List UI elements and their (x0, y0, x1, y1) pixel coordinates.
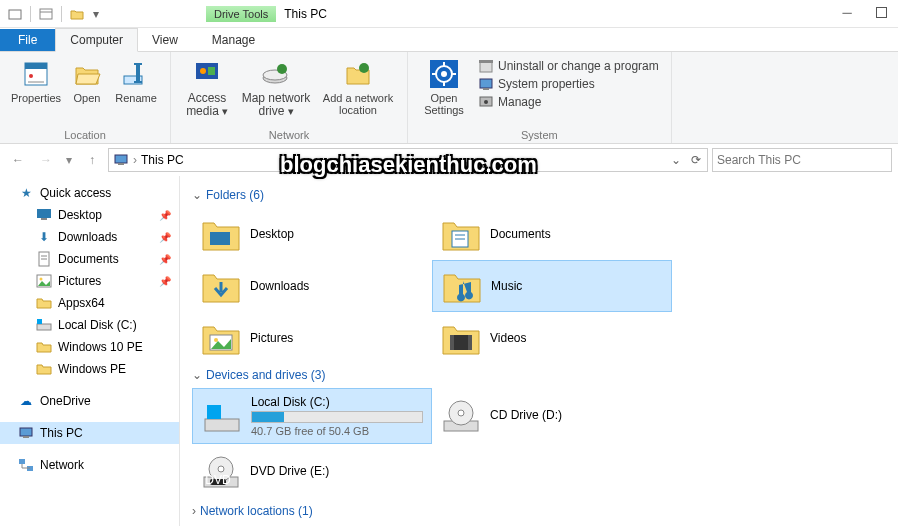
network-icon (18, 457, 34, 473)
folder-desktop[interactable]: Desktop (192, 208, 432, 260)
nav-this-pc[interactable]: This PC (0, 422, 179, 444)
add-location-button[interactable]: Add a network location (317, 56, 399, 118)
drive-cd[interactable]: CD Drive (D:) (432, 388, 672, 444)
nav-downloads[interactable]: ⬇Downloads📌 (0, 226, 179, 248)
chevron-right-icon: › (192, 504, 196, 518)
svg-rect-41 (37, 324, 51, 330)
nav-appsx64[interactable]: Appsx64 (0, 292, 179, 314)
tab-view[interactable]: View (138, 29, 192, 51)
pictures-icon (36, 273, 52, 289)
minimize-button[interactable]: ─ (830, 0, 864, 24)
svg-rect-32 (115, 155, 127, 163)
maximize-button[interactable] (864, 0, 898, 24)
new-folder-qat-icon[interactable] (66, 3, 88, 25)
documents-icon (36, 251, 52, 267)
open-button[interactable]: Open (66, 56, 108, 106)
folder-downloads[interactable]: Downloads (192, 260, 432, 312)
svg-point-65 (218, 466, 224, 472)
system-props-button[interactable]: System properties (478, 76, 659, 92)
section-network-locations[interactable]: ›Network locations (1) (192, 504, 886, 518)
svg-point-21 (441, 71, 447, 77)
svg-rect-43 (20, 428, 32, 436)
svg-rect-42 (37, 319, 42, 324)
pin-icon: 📌 (159, 254, 171, 265)
svg-rect-28 (480, 79, 492, 88)
svg-rect-59 (207, 405, 221, 419)
uninstall-icon (478, 58, 494, 74)
svg-rect-34 (37, 209, 51, 218)
search-input[interactable] (717, 153, 887, 167)
properties-button[interactable]: Properties (8, 56, 64, 106)
add-location-icon (342, 58, 374, 90)
folder-videos[interactable]: Videos (432, 312, 672, 364)
qat-dropdown-icon[interactable]: ▾ (90, 3, 102, 25)
forward-button[interactable]: → (34, 148, 58, 172)
svg-rect-45 (19, 459, 25, 464)
map-drive-button[interactable]: Map network drive ▾ (237, 56, 315, 120)
music-folder-icon (441, 265, 483, 307)
nav-documents[interactable]: Documents📌 (0, 248, 179, 270)
title-bar: ▾ Drive Tools This PC ─ (0, 0, 898, 28)
uninstall-button[interactable]: Uninstall or change a program (478, 58, 659, 74)
chevron-down-icon: ⌄ (192, 188, 202, 202)
manage-button[interactable]: Manage (478, 94, 659, 110)
svg-rect-29 (483, 88, 489, 90)
refresh-icon[interactable]: ⟳ (687, 153, 705, 167)
up-button[interactable]: ↑ (80, 148, 104, 172)
svg-rect-27 (479, 60, 493, 63)
section-drives[interactable]: ⌄Devices and drives (3) (192, 368, 886, 382)
nav-win10pe[interactable]: Windows 10 PE (0, 336, 179, 358)
svg-rect-44 (23, 436, 29, 438)
folder-pictures[interactable]: Pictures (192, 312, 432, 364)
nav-onedrive[interactable]: ☁OneDrive (0, 390, 179, 412)
nav-pictures[interactable]: Pictures📌 (0, 270, 179, 292)
capacity-bar (251, 411, 423, 423)
chevron-down-icon: ⌄ (192, 368, 202, 382)
svg-point-54 (214, 338, 218, 342)
svg-point-17 (277, 64, 287, 74)
tab-manage[interactable]: Manage (198, 29, 269, 51)
svg-text:DVD: DVD (205, 473, 231, 487)
videos-folder-icon (440, 317, 482, 359)
nav-desktop[interactable]: Desktop📌 (0, 204, 179, 226)
svg-point-6 (29, 74, 33, 78)
search-field[interactable] (712, 148, 892, 172)
watermark-text: blogchiasekienthuc.com (280, 152, 537, 178)
documents-folder-icon (440, 213, 482, 255)
recent-dropdown[interactable]: ▾ (62, 148, 76, 172)
drive-dvd[interactable]: DVD DVD Drive (E:) (192, 444, 432, 500)
svg-point-18 (359, 63, 369, 73)
svg-rect-33 (118, 163, 124, 165)
content-pane: ⌄Folders (6) Desktop Documents Downloads… (180, 176, 898, 526)
svg-rect-49 (210, 232, 230, 245)
desktop-icon (36, 207, 52, 223)
nav-network[interactable]: Network (0, 454, 179, 476)
tab-computer[interactable]: Computer (55, 28, 138, 52)
svg-rect-58 (205, 419, 239, 431)
open-settings-button[interactable]: Open Settings (416, 56, 472, 118)
address-dropdown-icon[interactable]: ⌄ (667, 153, 685, 167)
nav-quick-access[interactable]: ★Quick access (0, 182, 179, 204)
thispc-icon (113, 152, 129, 168)
nav-local-disk-c[interactable]: Local Disk (C:) (0, 314, 179, 336)
app-icon[interactable] (4, 3, 26, 25)
svg-rect-26 (480, 62, 492, 72)
folder-documents[interactable]: Documents (432, 208, 672, 260)
ribbon-group-system: Open Settings Uninstall or change a prog… (408, 52, 672, 143)
nav-windowspe[interactable]: Windows PE (0, 358, 179, 380)
folder-music[interactable]: Music (432, 260, 672, 312)
svg-rect-1 (40, 9, 52, 19)
access-media-button[interactable]: Access media ▾ (179, 56, 235, 120)
ribbon-tabs: File Computer View Manage (0, 28, 898, 52)
svg-rect-56 (450, 335, 454, 350)
back-button[interactable]: ← (6, 148, 30, 172)
ribbon: Properties Open Rename Location Access m… (0, 52, 898, 144)
properties-qat-icon[interactable] (35, 3, 57, 25)
svg-rect-57 (468, 335, 472, 350)
rename-button[interactable]: Rename (110, 56, 162, 106)
properties-icon (20, 58, 52, 90)
section-folders[interactable]: ⌄Folders (6) (192, 188, 886, 202)
tab-file[interactable]: File (0, 29, 55, 51)
folder-icon (36, 339, 52, 355)
drive-local-c[interactable]: Local Disk (C:) 40.7 GB free of 50.4 GB (192, 388, 432, 444)
